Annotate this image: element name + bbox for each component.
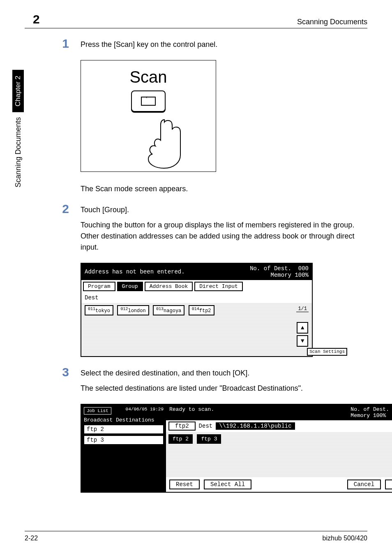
- job-list-button[interactable]: Job List: [84, 407, 111, 415]
- group-item-london[interactable]: 012london: [117, 305, 149, 315]
- side-tab: Scanning Documents Chapter 2: [12, 70, 24, 188]
- no-of-dest-value: 000: [298, 265, 309, 272]
- select-all-button[interactable]: Select All: [204, 480, 251, 489]
- step-1-after: The Scan mode screen appears.: [81, 183, 367, 195]
- scan-key-button[interactable]: [131, 90, 166, 112]
- memory-value: 100%: [295, 272, 309, 278]
- step-2-desc: Touching the button for a group displays…: [81, 220, 367, 253]
- panel-status: Address has not been entered.: [85, 269, 185, 275]
- ok-button[interactable]: OK: [385, 480, 392, 489]
- scan-settings-button[interactable]: Scan Settings: [307, 348, 347, 356]
- step-1-text: Press the [Scan] key on the control pane…: [81, 39, 367, 50]
- ready-status: Ready to scan.: [169, 406, 214, 419]
- footer-page: 2-22: [25, 535, 38, 542]
- step-3-desc: The selected destinations are listed und…: [81, 383, 367, 394]
- tab-direct-input[interactable]: Direct Input: [194, 282, 243, 291]
- selected-chip-ftp3[interactable]: ftp 3: [197, 434, 221, 444]
- chapter-number: 2: [25, 12, 40, 26]
- selected-chip-ftp2[interactable]: ftp 2: [168, 434, 193, 444]
- scan-key-figure: Scan: [81, 60, 216, 172]
- memory-label-b: Memory: [350, 412, 370, 419]
- cancel-button[interactable]: Cancel: [347, 480, 381, 489]
- reset-button[interactable]: Reset: [169, 480, 200, 489]
- scroll-up-button[interactable]: ▲: [297, 322, 308, 334]
- no-of-dest-label-b: No. of Dest.: [350, 406, 389, 412]
- group-item-ftp2[interactable]: 014ftp2: [189, 305, 214, 315]
- bcast-item-ftp3[interactable]: ftp 3: [84, 436, 164, 445]
- side-chapter: Chapter 2: [12, 70, 24, 112]
- scroll-down-button[interactable]: ▼: [297, 335, 308, 347]
- tab-group[interactable]: Group: [117, 282, 143, 291]
- step-3-number: 3: [58, 365, 69, 379]
- scan-label: Scan: [129, 68, 167, 86]
- no-of-dest-label: No. of Dest.: [250, 265, 291, 272]
- dest-label: Dest: [81, 293, 312, 303]
- scan-screen-ready: Job List 04/06/05 19:29 Broadcast Destin…: [81, 404, 392, 493]
- page-header-title: Scanning Documents: [297, 18, 367, 26]
- tab-program[interactable]: Program: [83, 282, 115, 291]
- hand-icon: [142, 116, 187, 169]
- dest-name: ftp2: [168, 422, 196, 431]
- footer-model: bizhub 500/420: [323, 535, 367, 542]
- timestamp: 04/06/05 19:29: [126, 407, 164, 412]
- page-indicator: 1/1: [296, 306, 309, 312]
- tab-address-book[interactable]: Address Book: [145, 282, 193, 291]
- step-3-text: Select the desired destination, and then…: [81, 368, 367, 379]
- broadcast-destinations-label: Broadcast Destinations: [84, 417, 164, 423]
- side-label: Scanning Documents: [14, 117, 23, 188]
- dest-label-b: Dest: [199, 423, 213, 429]
- bcast-item-ftp2[interactable]: ftp 2: [84, 425, 164, 434]
- memory-value-b: 100%: [373, 412, 386, 419]
- group-item-tokyo[interactable]: 011tokyo: [85, 305, 113, 315]
- step-1-number: 1: [58, 37, 69, 51]
- step-2-number: 2: [58, 202, 69, 216]
- group-item-nagoya[interactable]: 013nagoya: [153, 305, 184, 315]
- memory-label: Memory: [271, 272, 291, 278]
- scan-screen-group: Address has not been entered. No. of Des…: [81, 263, 313, 357]
- dest-path: \\192.168.1.18\public: [216, 422, 295, 430]
- step-2-text: Touch [Group].: [81, 204, 367, 215]
